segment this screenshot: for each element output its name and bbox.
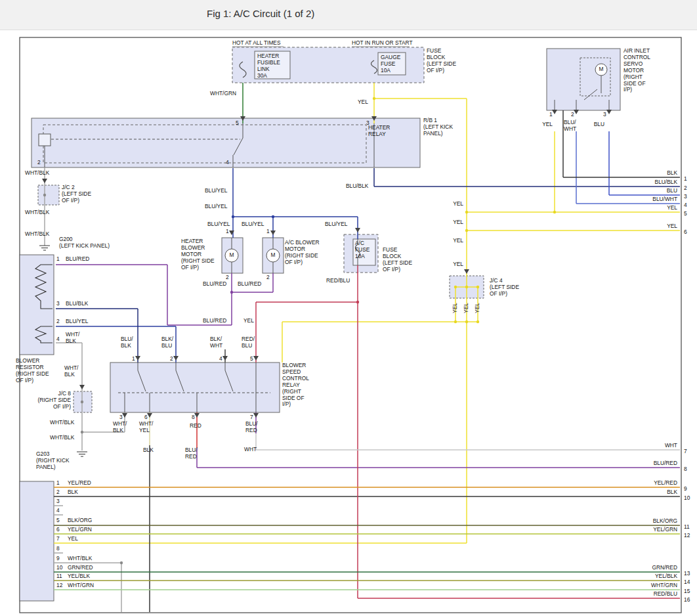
ac-motor-pin-1: 1 <box>266 229 270 235</box>
resistor-pin-3: 3 <box>56 301 60 307</box>
edge-num-14: 14 <box>684 579 690 586</box>
yel-mid-label: YEL <box>243 318 254 324</box>
jc8-above-label: WHT/ BLK <box>64 365 78 378</box>
yel-col-label-4: YEL <box>445 261 463 268</box>
edge-label-2: BLU/BLK <box>655 179 677 186</box>
blu-red-label-1: BLU/RED <box>203 281 226 288</box>
hot-in-run-label: HOT IN RUN OR START <box>352 40 413 47</box>
bsc-bot-wire-3: WHT/ BLK <box>113 421 127 434</box>
edge-label-4: BLU/WHT <box>652 196 677 203</box>
edge-label-3: BLU <box>667 188 677 194</box>
edge-label-1: BLK <box>667 170 677 177</box>
bsc-bot-wire-8: RED <box>190 423 201 429</box>
conn-pin-8: 8 <box>56 546 60 552</box>
bsc-top-wire-2: BLK/ BLU <box>161 336 173 349</box>
yel-col-label-2: YEL <box>445 219 463 226</box>
heater-motor-pin-1: 1 <box>226 229 229 235</box>
hot-at-all-times-label: HOT AT ALL TIMES <box>232 40 281 47</box>
blower-resistor-box <box>20 255 54 355</box>
conn-pin-9: 9 <box>56 556 60 562</box>
conn-pin-7: 7 <box>56 536 60 542</box>
bsc-pin-5: 5 <box>250 356 253 363</box>
bsc-pin-8: 8 <box>192 414 195 421</box>
blu-yel-label-4: BLU/YEL <box>242 221 264 228</box>
jc4-label: J/C 4 (LEFT SIDE OF I/P) <box>490 278 519 297</box>
conn-label-9: WHT/BLK <box>68 556 92 562</box>
bottom-connector-box <box>20 481 54 601</box>
edge-label-7: WHT <box>665 443 677 449</box>
conn-label-6: YEL/GRN <box>68 527 92 533</box>
rb1-label: R/B 1 (LEFT KICK PANEL) <box>423 118 453 137</box>
edge-num-5: 5 <box>684 211 687 217</box>
g200-label: G200 (LEFT KICK PANEL) <box>59 236 110 250</box>
conn-pin-12: 12 <box>56 583 62 589</box>
resistor-wire-4: WHT/ BLK <box>66 332 79 345</box>
edge-num-11: 11 <box>684 524 690 531</box>
conn-pin-10: 10 <box>56 565 62 571</box>
bsc-top-wire-1: BLU/ BLK <box>121 336 133 349</box>
servo-pin-2: 2 <box>571 112 574 118</box>
edge-num-6: 6 <box>684 229 687 236</box>
wht-grn-label: WHT/GRN <box>210 91 236 97</box>
wire-red-blu <box>256 265 680 598</box>
fusible-link-label: HEATER FUSIBLE LINK 30A <box>257 53 280 79</box>
servo-pin-3: 3 <box>603 112 606 118</box>
resistor-wire-3: BLU/BLK <box>66 301 88 307</box>
edge-label-11: BLK/ORG <box>653 518 677 525</box>
blu-yel-label-2: BLU/YEL <box>205 204 227 210</box>
jc2-label: J/C 2 (LEFT SIDE OF I/P) <box>62 185 91 204</box>
yel-col-label-1: YEL <box>445 201 463 208</box>
bsc-bot-wire-7: BLU/ RED <box>245 421 258 434</box>
relay-coil <box>39 134 51 146</box>
edge-num-13: 13 <box>684 571 690 577</box>
servo-wire-blu-wht: BLU/ WHT <box>564 120 576 133</box>
blu-yel-label-3: BLU/YEL <box>207 221 230 228</box>
wire-wht <box>256 433 680 450</box>
jc4-yel-vert-3: YEL <box>475 301 481 315</box>
yel-top-label: YEL <box>358 99 368 106</box>
edge-num-3: 3 <box>684 194 687 200</box>
edge-label-5: YEL <box>667 205 677 211</box>
ac-fuse-label: A/C FUSE 10A <box>355 240 370 260</box>
heater-motor-m: M <box>226 252 237 259</box>
edge-num-16: 16 <box>684 597 690 604</box>
jc8-below-label-1: WHT/BLK <box>50 420 74 426</box>
conn-label-1: YEL/RED <box>68 480 91 487</box>
edge-num-4: 4 <box>684 202 687 209</box>
heater-motor-label: HEATER BLOWER MOTOR (RIGHT SIDE OF I/P) <box>181 238 215 271</box>
bsc-blk-label: BLK <box>143 447 154 454</box>
edge-label-10: BLK <box>667 489 677 496</box>
conn-label-10: GRN/RED <box>68 565 93 571</box>
edge-label-16: RED/BLU <box>654 591 677 598</box>
edge-label-6: YEL <box>667 223 677 230</box>
blower-resistor-label: BLOWER RESISTOR (RIGHT SIDE OF I/P) <box>16 358 49 384</box>
conn-label-5: BLK/ORG <box>68 517 92 524</box>
conn-pin-4: 4 <box>56 508 60 514</box>
edge-num-8: 8 <box>684 466 687 473</box>
conn-label-11: YEL/BLK <box>68 573 90 580</box>
bsc-pin-2: 2 <box>170 356 173 363</box>
edge-num-12: 12 <box>684 533 690 539</box>
blu-yel-label-1: BLU/YEL <box>205 188 227 194</box>
rb1-pin-5: 5 <box>236 120 239 127</box>
wht-blk-label-3: WHT/BLK <box>25 231 49 238</box>
jc4-yel-vert-2: YEL <box>463 301 470 315</box>
bsc-relay-box <box>110 363 280 412</box>
bsc-wht-label: WHT <box>244 447 257 453</box>
resistor-wire-2: BLU/YEL <box>66 319 88 325</box>
red-blu-label: RED/BLU <box>326 278 350 284</box>
fuse-block-label: FUSE BLOCK (LEFT SIDE OF I/P) <box>427 48 456 74</box>
bsc-pin-1: 1 <box>132 356 135 363</box>
jc2-box <box>38 185 59 205</box>
rb1-pin-4: 4 <box>226 160 229 166</box>
servo-wire-yel: YEL <box>536 121 553 128</box>
ac-motor-label: A/C BLOWER MOTOR (RIGHT SIDE OF I/P) <box>285 240 320 266</box>
bsc-pin-4: 4 <box>219 356 222 363</box>
edge-label-8: BLU/RED <box>654 460 677 467</box>
blu-red-mid-label: BLU/RED <box>203 318 226 324</box>
conn-pin-3: 3 <box>56 498 60 505</box>
servo-label: AIR INLET CONTROL SERVO MOTOR (RIGHT SID… <box>623 48 650 93</box>
edge-num-15: 15 <box>684 588 690 595</box>
servo-pin-1: 1 <box>549 112 553 118</box>
edge-label-15: WHT/GRN <box>651 583 677 589</box>
